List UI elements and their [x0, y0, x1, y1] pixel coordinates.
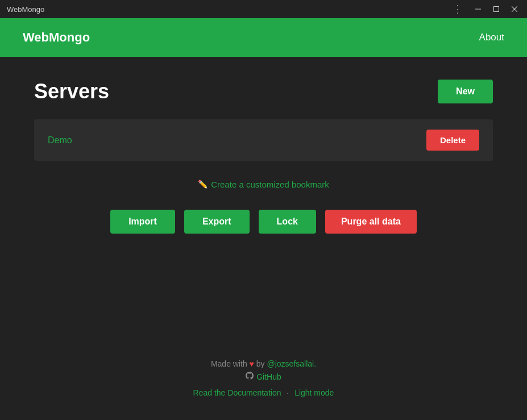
- maximize-button[interactable]: [488, 3, 504, 15]
- bookmark-link[interactable]: ✏️ Create a customized bookmark: [198, 180, 329, 189]
- footer-github: GitHub: [0, 372, 527, 381]
- bookmark-container: ✏️ Create a customized bookmark: [34, 179, 493, 189]
- by-text: by: [256, 359, 265, 368]
- bookmark-link-text: Create a customized bookmark: [211, 180, 329, 189]
- footer: Made with ♥ by @jozsefsallai. GitHub Rea…: [0, 359, 527, 397]
- more-options-icon[interactable]: ⋮: [448, 1, 468, 18]
- title-bar: WebMongo ⋮: [0, 0, 527, 18]
- made-with-text: Made with: [211, 359, 247, 368]
- delete-server-button[interactable]: Delete: [426, 130, 479, 151]
- about-button[interactable]: About: [479, 32, 504, 43]
- footer-docs: Read the Documentation · Light mode: [0, 388, 527, 397]
- server-link[interactable]: Demo: [48, 135, 72, 145]
- lock-button[interactable]: Lock: [259, 210, 316, 234]
- svg-rect-1: [494, 7, 499, 12]
- svg-rect-0: [475, 9, 481, 10]
- new-server-button[interactable]: New: [438, 80, 493, 103]
- light-mode-link[interactable]: Light mode: [294, 388, 334, 397]
- docs-link[interactable]: Read the Documentation: [193, 388, 281, 397]
- action-buttons: Import Export Lock Purge all data: [34, 210, 493, 234]
- app-header: WebMongo About: [0, 18, 527, 57]
- table-row: Demo Delete: [34, 119, 493, 161]
- app-title: WebMongo: [7, 5, 44, 14]
- servers-header: Servers New: [34, 80, 493, 103]
- pencil-icon: ✏️: [198, 180, 208, 189]
- github-link[interactable]: GitHub: [256, 372, 281, 381]
- import-button[interactable]: Import: [110, 210, 175, 234]
- github-icon: [246, 372, 254, 381]
- footer-separator: ·: [287, 388, 289, 397]
- minimize-button[interactable]: [470, 3, 486, 15]
- footer-credit: Made with ♥ by @jozsefsallai.: [0, 359, 527, 368]
- servers-title: Servers: [34, 80, 109, 103]
- server-list: Demo Delete: [34, 119, 493, 161]
- heart-icon: ♥: [250, 359, 256, 368]
- close-button[interactable]: [507, 3, 522, 15]
- app-logo: WebMongo: [23, 30, 90, 45]
- main-content: Servers New Demo Delete ✏️ Create a cust…: [0, 57, 527, 279]
- author-link[interactable]: @jozsefsallai.: [267, 359, 317, 368]
- export-button[interactable]: Export: [184, 210, 250, 234]
- window-controls: ⋮: [448, 1, 522, 18]
- purge-button[interactable]: Purge all data: [325, 210, 417, 234]
